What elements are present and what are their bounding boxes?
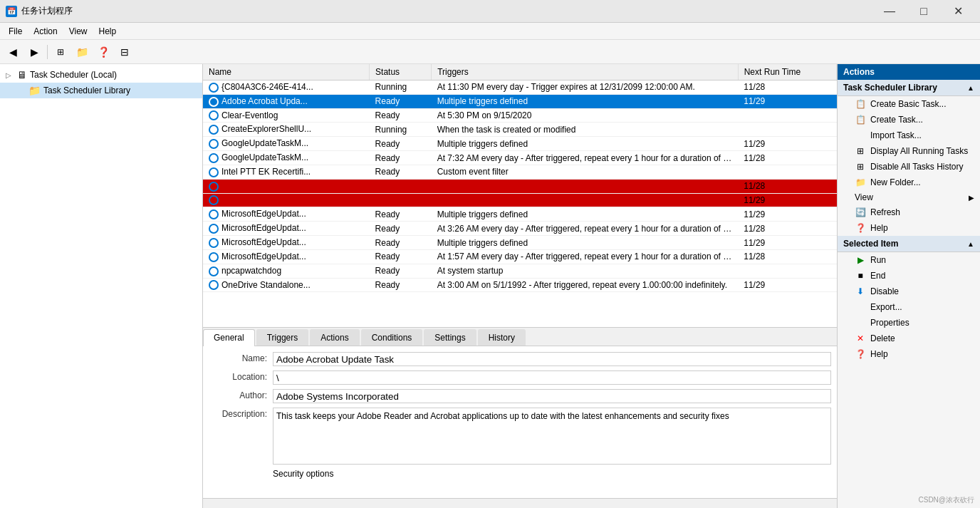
folder-button[interactable]: 📁	[72, 43, 92, 61]
main-layout: ▷ 🖥 Task Scheduler (Local) 📁 Task Schedu…	[0, 64, 980, 508]
action-item-1-2[interactable]: ⬇Disable	[838, 284, 980, 299]
back-button[interactable]: ◀	[3, 43, 23, 61]
col-triggers[interactable]: Triggers	[432, 64, 739, 81]
table-row[interactable]: MicrosoftEdgeUpdat... Ready At 1:57 AM e…	[203, 249, 837, 264]
action-item-0-2[interactable]: Import Task...	[838, 128, 980, 143]
minimize-button[interactable]: —	[873, 0, 906, 23]
tree-item-library[interactable]: 📁 Task Scheduler Library	[0, 83, 202, 98]
tree-library-label: Task Scheduler Library	[43, 85, 130, 95]
action-label: Import Task...	[870, 130, 922, 140]
action-item-1-5[interactable]: ✕Delete	[838, 331, 980, 346]
tab-settings[interactable]: Settings	[424, 329, 476, 346]
help-toolbar-button[interactable]: ❓	[93, 43, 113, 61]
cell-status	[370, 193, 432, 207]
action-icon-empty	[855, 130, 866, 141]
cell-next: 11/28	[738, 222, 836, 236]
menu-view[interactable]: View	[63, 25, 93, 38]
task-status-icon	[209, 110, 219, 120]
cell-status: Ready	[370, 108, 432, 123]
table-row[interactable]: npcapwatchdog Ready At system startup	[203, 264, 837, 278]
action-icon: 🔄	[855, 207, 866, 218]
action-item-1-4[interactable]: Properties	[838, 315, 980, 331]
action-item-0-5[interactable]: 📁New Folder...	[838, 175, 980, 190]
action-item-0-0[interactable]: 📋Create Basic Task...	[838, 96, 980, 112]
action-label: End	[870, 271, 885, 281]
action-item-0-3[interactable]: ⊞Display All Running Tasks	[838, 143, 980, 159]
action-label: Run	[870, 255, 886, 265]
table-row[interactable]: Intel PTT EK Recertifi... Ready Custom e…	[203, 165, 837, 179]
table-row[interactable]: 11/29	[203, 193, 837, 207]
table-row[interactable]: {C804A3C6-246E-414... Running At 11:30 P…	[203, 81, 837, 95]
action-item-1-0[interactable]: ▶Run	[838, 252, 980, 268]
show-hide-button[interactable]: ⊞	[51, 43, 71, 61]
table-row[interactable]: Clear-Eventlog Ready At 5:30 PM on 9/15/…	[203, 108, 837, 123]
tree-item-root[interactable]: ▷ 🖥 Task Scheduler (Local)	[0, 67, 202, 83]
tab-conditions[interactable]: Conditions	[361, 329, 423, 346]
action-icon: ⊞	[855, 145, 866, 157]
label-security	[209, 469, 273, 470]
menu-bar: File Action View Help	[0, 23, 980, 40]
input-location[interactable]	[273, 370, 831, 385]
section-header-1[interactable]: Selected Item▲	[838, 236, 980, 252]
cell-next: 11/28	[738, 81, 836, 95]
close-button[interactable]: ✕	[942, 0, 974, 23]
tab-actions[interactable]: Actions	[310, 329, 359, 346]
col-next[interactable]: Next Run Time	[738, 64, 836, 81]
cell-next: 11/29	[738, 137, 836, 151]
cell-name: CreateExplorerShellU...	[203, 123, 370, 137]
table-row[interactable]: CreateExplorerShellU... Running When the…	[203, 123, 837, 137]
bottom-scrollbar[interactable]	[203, 498, 837, 508]
tab-history[interactable]: History	[478, 329, 526, 346]
section-header-0[interactable]: Task Scheduler Library▲	[838, 80, 980, 96]
left-panel: ▷ 🖥 Task Scheduler (Local) 📁 Task Schedu…	[0, 64, 203, 508]
action-item-1-1[interactable]: ■End	[838, 268, 980, 284]
section-title: Selected Item	[843, 239, 898, 249]
action-icon: ❓	[855, 222, 866, 234]
action-item-1-6[interactable]: ❓Help	[838, 346, 980, 362]
task-status-icon	[209, 167, 219, 177]
title-bar-controls: — □ ✕	[873, 0, 974, 23]
action-submenu-0-6[interactable]: View▶	[838, 190, 980, 204]
menu-help[interactable]: Help	[93, 25, 123, 38]
view-button[interactable]: ⊟	[115, 43, 135, 61]
maximize-button[interactable]: □	[907, 0, 940, 23]
table-row[interactable]: OneDrive Standalone... Ready At 3:00 AM …	[203, 278, 837, 292]
cell-name	[203, 179, 370, 193]
table-row[interactable]: Adobe Acrobat Upda... Ready Multiple tri…	[203, 94, 837, 108]
action-item-0-1[interactable]: 📋Create Task...	[838, 112, 980, 128]
forward-button[interactable]: ▶	[24, 43, 44, 61]
table-row[interactable]: GoogleUpdateTaskM... Ready Multiple trig…	[203, 137, 837, 151]
action-item-0-8[interactable]: ❓Help	[838, 220, 980, 236]
label-author: Author:	[209, 389, 273, 400]
tab-triggers[interactable]: Triggers	[256, 329, 309, 346]
table-row[interactable]: GoogleUpdateTaskM... Ready At 7:32 AM ev…	[203, 151, 837, 165]
menu-action[interactable]: Action	[28, 25, 63, 38]
table-row[interactable]: MicrosoftEdgeUpdat... Ready Multiple tri…	[203, 236, 837, 250]
cell-status: Running	[370, 123, 432, 137]
table-row[interactable]: MicrosoftEdgeUpdat... Ready Multiple tri…	[203, 207, 837, 222]
task-status-icon	[209, 252, 219, 262]
input-name[interactable]	[273, 352, 831, 366]
right-sections: Task Scheduler Library▲📋Create Basic Tas…	[838, 80, 980, 362]
cell-status: Ready	[370, 222, 432, 236]
cell-name: npcapwatchdog	[203, 264, 370, 278]
tab-general[interactable]: General	[203, 329, 255, 346]
cell-status: Ready	[370, 165, 432, 179]
cell-status: Ready	[370, 151, 432, 165]
action-label: Refresh	[870, 207, 900, 217]
cell-name: GoogleUpdateTaskM...	[203, 137, 370, 151]
action-item-0-4[interactable]: ⊞Disable All Tasks History	[838, 159, 980, 175]
col-name[interactable]: Name	[203, 64, 370, 81]
action-item-0-7[interactable]: 🔄Refresh	[838, 204, 980, 220]
task-list[interactable]: Name Status Triggers Next Run Time {C804…	[203, 64, 837, 327]
textarea-description[interactable]: This task keeps your Adobe Reader and Ac…	[273, 408, 831, 465]
table-row[interactable]: 11/28	[203, 179, 837, 193]
input-author[interactable]	[273, 389, 831, 403]
col-status[interactable]: Status	[370, 64, 432, 81]
action-item-1-3[interactable]: Export...	[838, 299, 980, 315]
action-label: Disable All Tasks History	[870, 162, 964, 172]
table-row[interactable]: MicrosoftEdgeUpdat... Ready At 3:26 AM e…	[203, 222, 837, 236]
cell-next: 11/29	[738, 193, 836, 207]
menu-file[interactable]: File	[3, 25, 28, 38]
cell-name: Clear-Eventlog	[203, 108, 370, 123]
